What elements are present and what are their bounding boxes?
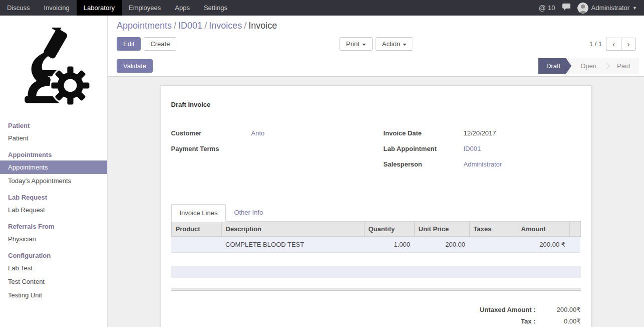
column-header-unit-price[interactable]: Unit Price: [414, 222, 469, 237]
statusbar-step-draft[interactable]: Draft: [538, 58, 571, 74]
column-header-product[interactable]: Product: [171, 222, 221, 237]
sidebar-item-lab-request[interactable]: Lab Request: [0, 203, 107, 217]
breadcrumb: Appointments/ID001/Invoices/Invoice: [117, 21, 636, 31]
at-icon: @: [539, 4, 546, 12]
tab-other-info[interactable]: Other Info: [226, 204, 271, 221]
notebook-tabs: Invoice Lines Other Info: [171, 204, 581, 222]
breadcrumb-id001[interactable]: ID001: [178, 21, 202, 31]
sidebar: Patient Patient Appointments Appointment…: [0, 16, 108, 327]
create-button[interactable]: Create: [144, 37, 176, 51]
statusbar-step-open[interactable]: Open: [571, 58, 605, 74]
breadcrumb-separator: /: [172, 21, 178, 31]
cell-taxes: [469, 237, 517, 253]
pager-count: 1 / 1: [589, 40, 602, 48]
user-menu[interactable]: Administrator ▼: [577, 3, 637, 14]
column-header-amount[interactable]: Amount: [517, 222, 569, 237]
invoice-date-value: 12/20/2017: [464, 128, 581, 137]
untaxed-amount-value: 200.00₹: [542, 306, 581, 313]
sidebar-heading-lab-request: Lab Request: [0, 188, 107, 203]
messages-icon[interactable]: [562, 4, 570, 12]
sheet-area: Draft Invoice Customer Anto Payment Term…: [108, 77, 644, 327]
validate-button[interactable]: Validate: [117, 59, 153, 73]
main-menu: Discuss Invoicing Laboratory Employees A…: [0, 0, 234, 16]
statusbar-step-paid[interactable]: Paid: [608, 58, 639, 74]
menu-item-laboratory[interactable]: Laboratory: [77, 0, 122, 16]
print-dropdown-button[interactable]: Print: [340, 37, 373, 51]
breadcrumb-current: Invoice: [248, 21, 277, 31]
salesperson-label: Salesperson: [384, 159, 464, 168]
edit-button[interactable]: Edit: [117, 37, 141, 51]
cell-amount: 200.00 ₹: [517, 237, 569, 253]
invoice-line-row[interactable]: COMPLETE BLOOD TEST 1.000 200.00 200.00 …: [171, 237, 580, 253]
user-name: Administrator: [591, 4, 630, 12]
salesperson-value-link[interactable]: Administrator: [464, 160, 502, 168]
sidebar-item-appointments[interactable]: Appointments: [0, 160, 107, 174]
tab-invoice-lines[interactable]: Invoice Lines: [171, 204, 226, 222]
empty-line-stripe: [171, 266, 581, 278]
menu-item-employees[interactable]: Employees: [122, 0, 168, 16]
sidebar-heading-appointments: Appointments: [0, 145, 107, 160]
breadcrumb-invoices[interactable]: Invoices: [209, 21, 242, 31]
control-panel-buttons: Edit Create Print Action 1 / 1 ‹ ›: [117, 37, 636, 51]
payment-terms-value: [251, 144, 369, 145]
breadcrumb-appointments[interactable]: Appointments: [117, 21, 172, 31]
untaxed-amount-label: Untaxed Amount :: [465, 306, 542, 313]
topbar-right: @ 10 Administrator ▼: [539, 0, 644, 16]
menu-item-discuss[interactable]: Discuss: [0, 0, 37, 16]
breadcrumb-separator: /: [202, 21, 209, 31]
caret-down-icon: [362, 44, 366, 46]
pager-previous-button[interactable]: ‹: [606, 38, 621, 51]
chevron-down-icon: ▼: [632, 6, 637, 11]
cell-unit-price: 200.00: [414, 237, 469, 253]
statusbar-row: Validate Draft Open Paid: [108, 56, 644, 77]
invoice-lines-table: Product Description Quantity Unit Price …: [171, 222, 581, 253]
cell-extra: [569, 237, 580, 253]
laboratory-logo-icon: [0, 16, 107, 116]
lab-appointment-label: Lab Appointment: [384, 144, 464, 152]
activities-counter[interactable]: @ 10: [539, 4, 555, 12]
sidebar-item-todays-appointments[interactable]: Today's Appointments: [0, 174, 107, 188]
statusbar: Draft Open Paid: [538, 58, 639, 74]
avatar: [577, 3, 588, 14]
invoice-date-label: Invoice Date: [384, 128, 464, 137]
action-dropdown-button[interactable]: Action: [376, 37, 413, 51]
sidebar-item-patient[interactable]: Patient: [0, 131, 107, 145]
cell-product: [171, 237, 221, 253]
customer-value-link[interactable]: Anto: [251, 129, 265, 137]
menu-item-settings[interactable]: Settings: [197, 0, 234, 16]
caret-down-icon: [403, 44, 407, 46]
top-navbar: Discuss Invoicing Laboratory Employees A…: [0, 0, 644, 16]
page-title: Draft Invoice: [171, 101, 581, 108]
field-grid: Customer Anto Payment Terms Invoice Date…: [171, 128, 581, 175]
cell-quantity: 1.000: [364, 237, 414, 253]
control-panel: Appointments/ID001/Invoices/Invoice Edit…: [108, 16, 644, 56]
activity-count: 10: [548, 4, 555, 12]
tax-value: 0.00₹: [542, 317, 581, 325]
section-separator: [171, 288, 581, 291]
tax-label: Tax :: [465, 317, 542, 325]
customer-label: Customer: [171, 128, 251, 137]
menu-item-apps[interactable]: Apps: [168, 0, 197, 16]
main-content: Appointments/ID001/Invoices/Invoice Edit…: [108, 16, 644, 327]
lab-appointment-value-link[interactable]: ID001: [464, 145, 481, 152]
sidebar-item-testing-unit[interactable]: Testing Unit: [0, 288, 107, 302]
sidebar-heading-patient: Patient: [0, 116, 107, 131]
sidebar-heading-referrals-from: Referrals From: [0, 217, 107, 232]
invoice-form-sheet: Draft Invoice Customer Anto Payment Term…: [161, 85, 591, 327]
cell-description: COMPLETE BLOOD TEST: [221, 237, 364, 253]
sidebar-item-lab-test[interactable]: Lab Test: [0, 261, 107, 275]
sidebar-heading-configuration: Configuration: [0, 246, 107, 261]
totals-block: Untaxed Amount : 200.00₹ Tax : 0.00₹ Tot…: [465, 304, 581, 327]
menu-item-invoicing[interactable]: Invoicing: [37, 0, 77, 16]
pager-next-button[interactable]: ›: [621, 38, 636, 51]
sidebar-item-physician[interactable]: Physician: [0, 232, 107, 246]
breadcrumb-separator: /: [242, 21, 248, 31]
column-header-taxes[interactable]: Taxes: [469, 222, 517, 237]
column-header-description[interactable]: Description: [221, 222, 364, 237]
sidebar-item-test-content[interactable]: Test Content: [0, 275, 107, 288]
column-header-extra: [569, 222, 580, 237]
column-header-quantity[interactable]: Quantity: [364, 222, 414, 237]
payment-terms-label: Payment Terms: [171, 144, 251, 152]
table-header-row: Product Description Quantity Unit Price …: [171, 222, 580, 237]
